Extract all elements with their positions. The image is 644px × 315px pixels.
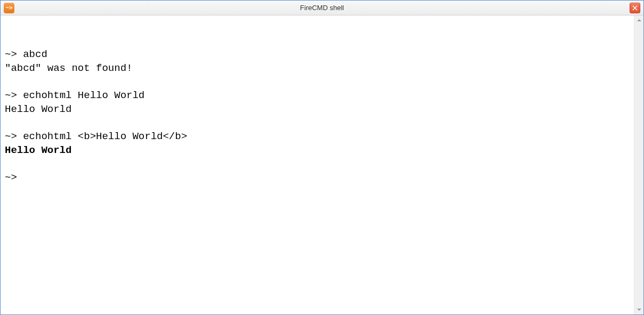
prompt-marker: ~> [5, 49, 17, 60]
command-text: echohtml Hello World [23, 90, 144, 101]
app-icon-label: ~> [5, 4, 12, 11]
terminal-line: ~> [5, 171, 630, 185]
titlebar[interactable]: ~> FireCMD shell [1, 1, 643, 15]
prompt-marker: ~> [5, 172, 17, 183]
prompt-marker: ~> [5, 90, 17, 101]
blank-line [5, 76, 630, 90]
prompt-marker: ~> [5, 131, 17, 142]
terminal-line: Hello World [5, 103, 630, 117]
app-icon: ~> [4, 3, 14, 13]
terminal-line: ~> abcd [5, 48, 630, 62]
terminal-line: Hello World [5, 144, 630, 158]
scroll-down-button[interactable] [634, 305, 643, 314]
scroll-track[interactable] [634, 25, 643, 305]
scroll-up-button[interactable] [634, 15, 643, 25]
blank-line [5, 35, 630, 49]
terminal-output[interactable]: ~> abcd"abcd" was not found!~> echohtml … [1, 15, 634, 314]
blank-line [5, 157, 630, 171]
command-text: abcd [23, 49, 47, 60]
chevron-up-icon [637, 18, 642, 23]
content-area: ~> abcd"abcd" was not found!~> echohtml … [1, 15, 643, 314]
output-bold: Hello World [5, 144, 71, 156]
terminal-line: ~> echohtml <b>Hello World</b> [5, 130, 630, 144]
terminal-line: ~> echohtml Hello World [5, 89, 630, 103]
close-button[interactable] [630, 3, 640, 13]
close-icon [632, 5, 638, 11]
command-text: echohtml <b>Hello World</b> [23, 131, 187, 142]
chevron-down-icon [637, 307, 642, 312]
blank-line [5, 116, 630, 130]
terminal-line: "abcd" was not found! [5, 62, 630, 76]
app-window: ~> FireCMD shell ~> abcd"abcd" was not f… [0, 0, 644, 315]
window-title: FireCMD shell [1, 4, 643, 12]
vertical-scrollbar[interactable] [634, 15, 643, 314]
